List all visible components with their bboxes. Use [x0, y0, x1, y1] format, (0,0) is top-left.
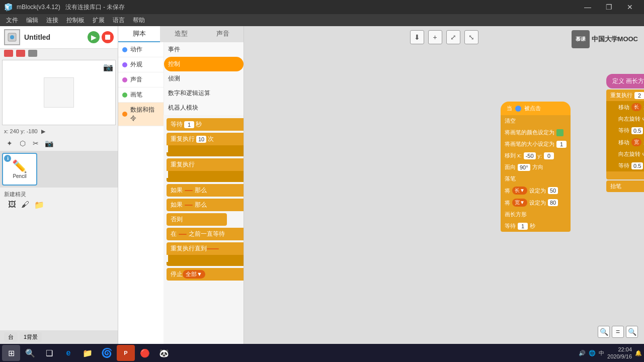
- scissors-tool[interactable]: ✂: [30, 138, 41, 149]
- zoom-reset-button[interactable]: =: [612, 326, 624, 338]
- add-icon[interactable]: +: [428, 30, 442, 44]
- chrome-button[interactable]: 🌀: [98, 345, 116, 361]
- pointer-tool[interactable]: ✦: [4, 138, 15, 149]
- start-button[interactable]: ⊞: [2, 345, 20, 361]
- block-else[interactable]: 否则: [167, 213, 227, 226]
- app5-button[interactable]: 🔴: [136, 345, 154, 361]
- menu-board[interactable]: 控制板: [62, 14, 89, 26]
- expand-icon[interactable]: ⤢: [446, 30, 460, 44]
- sys-icon-sound[interactable]: 🔊: [579, 350, 586, 356]
- mini-icon-1[interactable]: [4, 50, 13, 57]
- edge-button[interactable]: e: [59, 345, 77, 361]
- subcat-control[interactable]: 控制: [164, 57, 244, 71]
- block-wait[interactable]: 等待 1 秒: [167, 118, 244, 131]
- sprite-item-pencil[interactable]: ℹ ✏️ Pencil: [2, 153, 37, 186]
- block-goto[interactable]: 移到 x: -50 y: 0: [501, 150, 571, 161]
- notification-icon[interactable]: 🔔: [635, 350, 642, 356]
- width-val[interactable]: 80: [548, 199, 558, 206]
- menu-extend[interactable]: 扩展: [89, 14, 109, 26]
- repeat10-input[interactable]: 10: [196, 136, 206, 143]
- subcat-sensing[interactable]: 侦测: [164, 71, 244, 86]
- stamp-tool[interactable]: ⬡: [17, 138, 28, 149]
- tab-sound[interactable]: 声音: [202, 26, 244, 42]
- move-length[interactable]: 移动 长 步: [606, 101, 644, 113]
- block-repeat[interactable]: 重复执行: [167, 158, 244, 171]
- cat-data[interactable]: 数据和指令: [118, 103, 164, 126]
- bg-tab[interactable]: 1背景: [20, 332, 42, 342]
- minimize-button[interactable]: —: [578, 0, 598, 14]
- add-icon-1[interactable]: 🖼: [8, 200, 19, 211]
- block-stop[interactable]: 停止 全部▼: [167, 268, 244, 281]
- subcat-operators[interactable]: 数字和逻辑运算: [164, 86, 244, 101]
- var-name-2[interactable]: 宽▼: [512, 199, 527, 207]
- camera-icon[interactable]: 📷: [103, 62, 113, 72]
- menu-help[interactable]: 帮助: [129, 14, 149, 26]
- maximize-button[interactable]: ❐: [599, 0, 619, 14]
- var-name-1[interactable]: 长▼: [512, 187, 527, 195]
- search-button[interactable]: 🔍: [21, 345, 39, 361]
- menu-file[interactable]: 文件: [2, 14, 22, 26]
- block-pen-color[interactable]: 将画笔的颜色设定为: [501, 127, 571, 138]
- tab-costume[interactable]: 造型: [160, 26, 202, 42]
- ppt-button[interactable]: P: [117, 345, 135, 361]
- menu-language[interactable]: 语言: [109, 14, 129, 26]
- block-clear[interactable]: 清空: [501, 115, 571, 127]
- define-rect[interactable]: 定义 画长方形: [606, 74, 644, 88]
- turn-left-90b[interactable]: 向左旋转 ↺ 90 度: [606, 148, 644, 160]
- block-pen-size[interactable]: 将画笔的大小设定为 1: [501, 138, 571, 150]
- block-if[interactable]: 如果 那么: [167, 184, 244, 197]
- wait1-val[interactable]: 1: [518, 223, 528, 230]
- wait05a[interactable]: 等待 0.5 秒: [606, 125, 644, 136]
- menu-edit[interactable]: 编辑: [22, 14, 42, 26]
- app6-button[interactable]: 🐼: [155, 345, 173, 361]
- block-face[interactable]: 面向 90° 方向: [501, 161, 571, 173]
- sprite-info-icon[interactable]: ℹ: [4, 155, 11, 162]
- block-wait1[interactable]: 等待 1 秒: [501, 220, 571, 232]
- block-set-length[interactable]: 将 长▼ 设定为 50: [501, 185, 571, 197]
- goto-y[interactable]: 0: [544, 152, 554, 159]
- block-penup1[interactable]: 抬笔: [606, 180, 644, 192]
- cat-sound[interactable]: 声音: [118, 72, 164, 87]
- tab-script[interactable]: 脚本: [118, 26, 160, 42]
- green-flag-button[interactable]: ▶: [88, 31, 100, 43]
- task-view-button[interactable]: ❑: [40, 345, 58, 361]
- file-explorer-button[interactable]: 📁: [78, 345, 97, 361]
- hat-block-click[interactable]: 当 被点击: [501, 102, 571, 115]
- cat-pen[interactable]: 画笔: [118, 87, 164, 103]
- repeat2-header[interactable]: 重复执行 2 次: [606, 89, 644, 101]
- mini-icon-3[interactable]: [28, 50, 37, 57]
- add-icon-3[interactable]: 📁: [34, 200, 45, 211]
- length-val[interactable]: 50: [548, 187, 558, 194]
- block-if-else[interactable]: 如果 那么: [167, 199, 244, 211]
- subcat-events[interactable]: 事件: [164, 42, 244, 57]
- repeat2-val[interactable]: 2: [634, 92, 644, 99]
- add-icon-2[interactable]: 🖌: [21, 200, 32, 211]
- block-wait-until[interactable]: 在 之前一直等待: [167, 228, 244, 240]
- wait05b-val[interactable]: 0.5: [631, 162, 643, 169]
- block-set-width[interactable]: 将 宽▼ 设定为 80: [501, 197, 571, 209]
- block-pendown[interactable]: 落笔: [501, 173, 571, 185]
- wait05b[interactable]: 等待 0.5 秒: [606, 160, 644, 171]
- stop-button[interactable]: [102, 31, 114, 43]
- zoom-out-button[interactable]: 🔍: [626, 326, 638, 338]
- expand-icon[interactable]: ▶: [41, 128, 45, 134]
- menu-connect[interactable]: 连接: [42, 14, 62, 26]
- wait-input[interactable]: 1: [184, 121, 194, 128]
- stop-selector[interactable]: 全部▼: [183, 270, 205, 279]
- compress-icon[interactable]: ⤡: [464, 30, 478, 44]
- stage-tab[interactable]: 台: [4, 332, 18, 342]
- sys-icon-network[interactable]: 🌐: [589, 350, 596, 356]
- cat-motion[interactable]: 动作: [118, 42, 164, 57]
- zoom-in-button[interactable]: 🔍: [598, 326, 610, 338]
- pen-size-val[interactable]: 1: [556, 141, 567, 148]
- subcat-robot[interactable]: 机器人模块: [164, 101, 244, 115]
- move-width[interactable]: 移动 宽 步: [606, 136, 644, 148]
- camera-tool[interactable]: 📷: [43, 138, 54, 149]
- turn-left-90a[interactable]: 向左旋转 ↺ 90 度: [606, 113, 644, 125]
- block-draw-rect[interactable]: 画长方形: [501, 209, 571, 220]
- close-button[interactable]: ✕: [620, 0, 640, 14]
- block-repeat-until[interactable]: 重复执行直到: [167, 242, 244, 255]
- cat-looks[interactable]: 外观: [118, 57, 164, 72]
- download-icon[interactable]: ⬇: [410, 30, 424, 44]
- block-repeat10[interactable]: 重复执行 10 次: [167, 133, 244, 145]
